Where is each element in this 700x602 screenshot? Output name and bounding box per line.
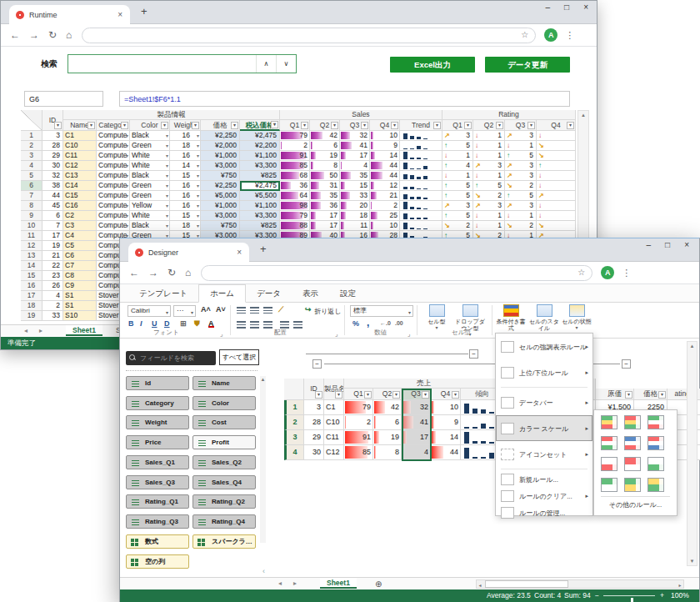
font-size-select[interactable]: ⋯▾ xyxy=(173,305,196,317)
cell-name[interactable]: C6 xyxy=(63,251,97,261)
cell-name[interactable]: C14 xyxy=(63,181,97,191)
home-icon[interactable]: ⌂ xyxy=(66,29,72,41)
sheet-prev-icon[interactable]: ◂ xyxy=(278,579,282,587)
cell-name[interactable]: C1 xyxy=(63,131,97,141)
align-bottom-icon[interactable] xyxy=(263,307,272,314)
cell-price[interactable]: ¥3,000 xyxy=(201,161,240,171)
cell-sales-q3[interactable]: 35 xyxy=(340,171,370,181)
avatar[interactable]: A xyxy=(544,28,558,42)
cell-tax-price[interactable]: ¥825 xyxy=(240,221,280,231)
cell-sales-q2[interactable]: 6 xyxy=(373,415,402,430)
cell-sales-q4[interactable]: 44 xyxy=(431,445,461,460)
cell-color[interactable]: White▾ xyxy=(130,161,170,171)
search-next-button[interactable]: ∨ xyxy=(276,55,296,73)
cell-color[interactable]: Black▾ xyxy=(130,131,170,141)
cell-id[interactable]: 22 xyxy=(42,261,63,271)
color-scale-swatch-6[interactable] xyxy=(648,436,664,450)
menu-item-7[interactable]: ルールの管理... xyxy=(496,504,592,521)
cell-rating-q1[interactable]: ↑5 xyxy=(442,141,473,151)
row-header[interactable]: 17 xyxy=(21,291,42,301)
color-scale-swatch-5[interactable] xyxy=(624,436,641,450)
filter-icon[interactable]: ▾ xyxy=(88,122,95,129)
cell-category[interactable]: Compute▾ xyxy=(97,131,130,141)
cell-sales-q3[interactable]: 17 xyxy=(340,151,370,161)
column-header-id[interactable]: ID▾ xyxy=(304,379,324,400)
cell-sales-q2[interactable]: 42 xyxy=(373,400,402,415)
cell-sales-q3[interactable]: 32 xyxy=(402,400,431,415)
browser-menu-icon[interactable]: ⋮ xyxy=(565,30,574,41)
menu-item-4[interactable]: アイコンセット▸ xyxy=(496,441,592,467)
horizontal-scrollbar[interactable]: ◂ ▸ xyxy=(476,579,684,589)
filter-icon[interactable]: ▾ xyxy=(192,122,199,129)
row-header[interactable]: 1 xyxy=(21,131,42,141)
cell-name[interactable]: C15 xyxy=(63,191,97,201)
excel-export-button[interactable]: Excel出力 xyxy=(390,57,475,73)
column-header-cost[interactable]: 原価▾ xyxy=(596,389,634,400)
cell-category[interactable]: Compute▾ xyxy=(97,151,130,161)
filter-icon[interactable]: ▾ xyxy=(331,122,338,129)
row-header[interactable]: 2 xyxy=(284,415,304,430)
cell-id[interactable]: 21 xyxy=(42,251,63,261)
row-header[interactable]: 10 xyxy=(21,221,42,231)
cell-rating-q2[interactable]: ↗3 xyxy=(473,161,505,171)
field-chip-profit[interactable]: Profit xyxy=(192,435,256,449)
cell-sales-q1[interactable]: 2 xyxy=(280,141,310,151)
italic-icon[interactable]: I xyxy=(140,319,142,328)
column-header-q2[interactable]: Q2▾ xyxy=(310,120,340,131)
menu-item-5[interactable]: 新規ルール... xyxy=(496,471,592,488)
cell-price[interactable]: ¥1,000 xyxy=(201,201,240,211)
cell-trend[interactable] xyxy=(400,211,442,221)
close-window-button[interactable]: × xyxy=(583,3,588,12)
cell-weight[interactable]: 16▾ xyxy=(170,191,201,201)
cell-sales-q2[interactable]: 35 xyxy=(310,191,340,201)
select-all-corner[interactable] xyxy=(21,110,42,131)
cell-weight[interactable]: 18▾ xyxy=(170,221,201,231)
column-header-category[interactable]: Category▾ xyxy=(97,120,130,131)
field-chip-rating_q4[interactable]: Rating_Q4 xyxy=(192,514,256,529)
cell-rating-q1[interactable]: ↓1 xyxy=(442,151,473,161)
filter-icon[interactable]: ▾ xyxy=(161,122,168,129)
cell-rating-q1[interactable]: ↑5 xyxy=(442,181,473,191)
cell-sales-q3[interactable]: 32 xyxy=(340,131,370,141)
cell-color[interactable]: Black▾ xyxy=(130,171,170,181)
cell-sales-q3[interactable]: 4 xyxy=(402,445,431,460)
minimize-button[interactable]: – xyxy=(647,240,652,249)
row-header[interactable]: 3 xyxy=(284,430,304,445)
cell-sales-q3[interactable]: 11 xyxy=(340,221,370,231)
filter-icon[interactable]: ▾ xyxy=(658,391,666,399)
ribbon-tab-データ[interactable]: データ xyxy=(246,285,292,302)
cell-rating-q2[interactable]: ↑5 xyxy=(473,181,505,191)
cell-price[interactable]: ¥750 xyxy=(201,171,240,181)
outline-collapse-icon[interactable]: − xyxy=(622,359,631,369)
cell-name[interactable]: S1 xyxy=(63,291,97,301)
row-header[interactable]: 13 xyxy=(21,251,42,261)
filter-icon[interactable]: ▾ xyxy=(452,391,459,399)
cell-weight[interactable]: 16▾ xyxy=(170,201,201,211)
cell-color[interactable]: White▾ xyxy=(130,211,170,221)
align-left-icon[interactable] xyxy=(237,321,246,329)
more-rules-item[interactable]: その他のルール... xyxy=(594,500,677,509)
search-input[interactable]: ∧ ∨ xyxy=(68,54,297,73)
row-header[interactable]: 4 xyxy=(21,161,42,171)
cell-id[interactable]: 19 xyxy=(42,241,63,251)
cell-sales-q1[interactable]: 91 xyxy=(280,151,310,161)
cell-rating-q2[interactable]: ↘2 xyxy=(473,191,505,201)
field-chip-name[interactable]: Name xyxy=(192,376,256,390)
select-all-button[interactable]: すべて選択 xyxy=(219,349,259,365)
cell-id[interactable]: 3 xyxy=(42,131,63,141)
color-scale-swatch-7[interactable] xyxy=(601,457,618,471)
font-color-icon[interactable]: A xyxy=(208,319,214,328)
ribbon-tab-表示[interactable]: 表示 xyxy=(292,285,329,302)
comma-icon[interactable]: , xyxy=(367,317,369,329)
outline-collapse-icon[interactable]: − xyxy=(469,349,478,359)
row-header[interactable]: 14 xyxy=(21,261,42,271)
cell-sales-q4[interactable]: 10 xyxy=(370,221,400,231)
cell-weight[interactable]: 16▾ xyxy=(170,151,201,161)
cell-tax-price[interactable]: ¥1,100 xyxy=(240,201,280,211)
sheet-next-icon[interactable]: ▸ xyxy=(293,579,297,587)
borders-icon[interactable]: ⊞ xyxy=(180,319,187,328)
maximize-button[interactable]: □ xyxy=(665,240,670,249)
cell-sales-q4[interactable]: 21 xyxy=(370,191,400,201)
cell-price[interactable]: ¥2,250 xyxy=(201,131,240,141)
cell-price[interactable]: ¥3,000 xyxy=(201,211,240,221)
